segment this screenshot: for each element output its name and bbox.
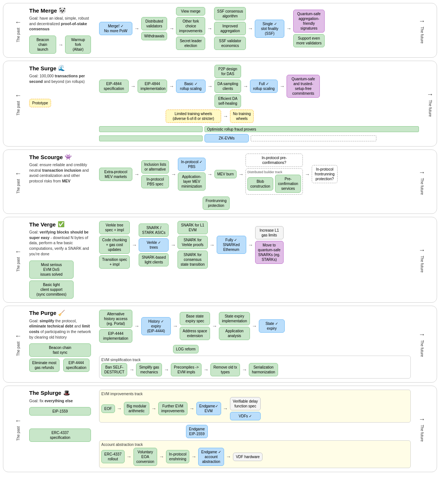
node-eliminate-gas-refunds: Eliminate mostgas refunds bbox=[29, 359, 60, 372]
node-endgame-aa: Endgame ✓accountabstraction bbox=[198, 448, 224, 466]
section-splurge: ← The past The Splurge 🎩 Goal: fix every… bbox=[3, 386, 437, 472]
scourge-col4: In-protocol pre-confirmations? Distribut… bbox=[246, 154, 303, 195]
node-quantum-safe-sigs: Quantum-safeaggregation-friendlysignatur… bbox=[293, 10, 324, 33]
splurge-header: The Splurge 🎩 Goal: fix everything else … bbox=[29, 390, 94, 468]
node-endgame-evm: Endgame✓EVM bbox=[196, 402, 221, 415]
merge-title: The Merge 🐼 bbox=[29, 7, 91, 14]
splurge-past-nodes: EIP-1559 ERC-4337specification bbox=[29, 407, 91, 442]
node-app-layer-mev: Application-layer MEVminimization bbox=[178, 172, 205, 191]
merge-col2: View merge Other forkchoiceimprovements … bbox=[176, 7, 205, 50]
merge-row1: Merge! ✓No more PoW → Distributedvalidat… bbox=[99, 7, 411, 50]
node-eip1559: EIP-1559 bbox=[29, 407, 91, 416]
verge-col1: SNARK /STARK ASICs Verkle ✓trees SNARK-b… bbox=[139, 224, 169, 266]
node-erc4337-spec: ERC-4337specification bbox=[29, 429, 91, 442]
verge-col2: SNARK for L1EVM SNARK forVerkle proofs S… bbox=[177, 221, 207, 269]
node-quantum-snarks: Move toquantum-safeSNARKs (eg.STARKs) bbox=[255, 241, 284, 264]
scourge-title: The Scourge 👾 bbox=[29, 154, 91, 160]
splurge-goal: Goal: fix everything else bbox=[29, 398, 91, 404]
node-alt-history: Alternativehistory access(eg. Portal) bbox=[99, 310, 132, 328]
scourge-distributed-box: Distributed builder track Blobconstructi… bbox=[246, 168, 303, 195]
purge-header: The Purge 🧹 Goal: simplify the protocol,… bbox=[29, 310, 94, 379]
node-fully-snarked: Fully ✓SNARKedEthereum bbox=[217, 236, 246, 254]
node-blob-construction: Blobconstruction bbox=[247, 177, 273, 191]
node-frontrunning-prot: In-protocolfrontrunningprotection? bbox=[312, 165, 337, 183]
node-p2p-das: P2P designfor DAS bbox=[214, 65, 241, 78]
node-vdfs: VDFs ✓ bbox=[230, 412, 261, 420]
node-evm-dos: Most seriousEVM DoSissues solved bbox=[29, 261, 74, 279]
scourge-content: Extra-protocolMEV markets → Inclusion li… bbox=[94, 154, 411, 210]
node-further-evm: Further EVMimprovements bbox=[158, 402, 187, 415]
surge-training-row: Limited training wheels(diverse 6-of-8 o… bbox=[166, 110, 419, 123]
node-simplify-gas: Simplify gasmechanics bbox=[136, 363, 162, 376]
purge-col0: Alternativehistory access(eg. Portal) EI… bbox=[99, 310, 132, 343]
merge-col5: Quantum-safeaggregation-friendlysignatur… bbox=[293, 10, 324, 47]
node-snark-verkle: SNARK forVerkle proofs bbox=[177, 236, 207, 249]
node-eip4844-spec: EIP-4844specification bbox=[99, 80, 129, 93]
left-arrow-surge: ← The past bbox=[7, 65, 29, 142]
node-precompiles: Precompiles ->EVM impls bbox=[171, 363, 202, 376]
splurge-evm-row: EOF → Big modulararithmetic → Further EV… bbox=[101, 397, 409, 420]
right-arrow-scourge: → The future bbox=[411, 154, 433, 210]
node-efficient-da: Efficient DAself-healing bbox=[214, 94, 241, 108]
node-vdf-spec: Verifiable delayfunction spec bbox=[230, 397, 261, 410]
verge-goal: Goal: verifying blocks should be super e… bbox=[29, 229, 91, 256]
section-scourge: ← The past The Scourge 👾 Goal: ensure re… bbox=[3, 149, 437, 214]
merge-col3: SSF consensusalgorithm Improvedaggregati… bbox=[214, 7, 246, 50]
node-increase-l1: Increase L1gas limits bbox=[255, 226, 284, 239]
right-arrow-splurge: → The future bbox=[411, 390, 433, 468]
node-preconf-services: Pre-confirmationservices bbox=[275, 175, 301, 193]
node-snark-light-clients: SNARK-basedlight clients bbox=[139, 253, 169, 266]
purge-history-row: Alternativehistory access(eg. Portal) EI… bbox=[99, 310, 411, 343]
splurge-vdf-col: Verifiable delayfunction spec VDFs ✓ bbox=[230, 397, 261, 420]
left-arrow-splurge: ← The past bbox=[7, 390, 29, 468]
splurge-content: EVM improvements track EOF → Big modular… bbox=[94, 390, 411, 468]
verge-title: The Verge ✅ bbox=[29, 221, 91, 228]
node-improved-agg: Improvedaggregation bbox=[214, 22, 246, 35]
node-warmup-fork: Warmup fork(Altair) bbox=[65, 36, 91, 54]
node-beacon-fast-sync: Beacon chainfast sync bbox=[29, 343, 91, 357]
node-vdf-hardware: VDF hardware bbox=[233, 453, 263, 461]
surge-bar1-row: Optimistic rollup fraud provers bbox=[99, 126, 419, 132]
node-app-analysis: Applicationanalysis bbox=[219, 327, 250, 340]
node-state-expiry: State ✓expiry bbox=[259, 319, 285, 333]
scourge-col0: Extra-protocolMEV markets bbox=[99, 168, 132, 181]
purge-evm-row: Ban SELF-DESTRUCT → Simplify gasmechanic… bbox=[101, 363, 409, 376]
node-serialization: Serializationharmonization bbox=[249, 363, 278, 376]
scourge-col1: Inclusion listsor alternative In-protoco… bbox=[141, 160, 169, 188]
node-full-rollup: Full ✓rollup scaling bbox=[250, 80, 278, 93]
splurge-aa-track: Account abstraction track ERC-4337rollou… bbox=[99, 440, 411, 468]
purge-evm-label: EVM simplification track bbox=[101, 358, 409, 362]
scourge-row1: Extra-protocolMEV markets → Inclusion li… bbox=[99, 154, 411, 195]
surge-title: The Surge 🌊 bbox=[29, 65, 91, 71]
section-surge: ← The past The Surge 🌊 Goal: 100,000 tra… bbox=[3, 61, 437, 147]
purge-log-row: LOG reform bbox=[173, 345, 411, 353]
bar-optimistic-text: Optimistic rollup fraud provers bbox=[204, 126, 419, 132]
surge-content: EIP-4844specification → EIP-4844implemen… bbox=[94, 65, 419, 142]
left-arrow-merge: ← The past bbox=[7, 7, 29, 54]
purge-goal: Goal: simplify the protocol, eliminate t… bbox=[29, 318, 91, 340]
node-ssf: Single ✓slot finality(SSF) bbox=[255, 20, 284, 38]
left-arrow-verge: ← The past bbox=[7, 221, 29, 298]
node-limited-training: Limited training wheels(diverse 6-of-8 o… bbox=[166, 110, 221, 123]
node-eip4444-spec: EIP-4444specification bbox=[63, 359, 89, 372]
purge-title: The Purge 🧹 bbox=[29, 310, 91, 316]
purge-past-nodes: Beacon chainfast sync Eliminate mostgas … bbox=[29, 343, 91, 372]
node-no-training: No trainingwheels bbox=[230, 110, 254, 123]
node-address-space: Address spaceextension bbox=[180, 327, 210, 340]
verge-content: Verkle treespec + impl Code chunking+ ga… bbox=[94, 221, 411, 298]
verge-col4: Increase L1gas limits Move toquantum-saf… bbox=[255, 226, 284, 264]
right-arrow-verge: → The future bbox=[411, 221, 433, 298]
scourge-col2: In-protocol ✓PBS Application-layer MEVmi… bbox=[178, 158, 205, 191]
section-merge: ← The past The Merge 🐼 Goal: have an ide… bbox=[3, 3, 437, 58]
surge-row1: EIP-4844specification → EIP-4844implemen… bbox=[99, 65, 419, 108]
splurge-aa-row: ERC-4337rollout → VoluntaryEOAconversion… bbox=[101, 448, 409, 466]
node-verkle-trees: Verkle ✓trees bbox=[139, 238, 169, 252]
section-verge: ← The past The Verge ✅ Goal: verifying b… bbox=[3, 217, 437, 302]
merge-content: Merge! ✓No more PoW → Distributedvalidat… bbox=[94, 7, 411, 54]
roadmap-container: ← The past The Merge 🐼 Goal: have an ide… bbox=[3, 3, 437, 472]
node-history-expiry: History ✓expiry(EIP-4444) bbox=[141, 317, 171, 335]
node-secret-leader: Secret leaderelection bbox=[176, 37, 205, 50]
bar-zkevm-current: ZK-EVMs bbox=[204, 134, 249, 142]
node-inprotocol-preconf: In-protocol pre-confirmations? bbox=[246, 154, 303, 167]
purge-col2: Base stateexpiry spec Address spaceexten… bbox=[180, 312, 210, 340]
